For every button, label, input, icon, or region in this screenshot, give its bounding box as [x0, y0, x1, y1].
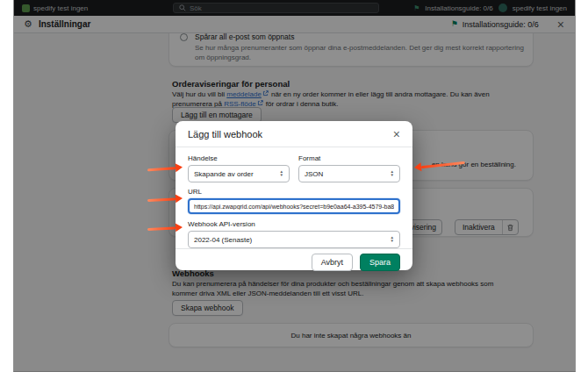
select-caret-icon: ▲ ▼ — [391, 236, 394, 243]
add-webhook-modal: Lägg till webhook × Händelse Skapande av… — [176, 121, 412, 270]
api-version-select[interactable]: 2022-04 (Senaste) ▲ ▼ — [188, 231, 400, 248]
url-label: URL — [188, 188, 400, 196]
format-label: Format — [298, 154, 400, 162]
api-version-label: Webhook API-version — [188, 220, 400, 228]
annotation-arrow-api-version — [147, 223, 183, 233]
annotation-arrow-url — [147, 194, 183, 204]
event-label: Händelse — [188, 154, 290, 162]
caret-down-icon: ▼ — [391, 174, 394, 177]
cancel-button[interactable]: Avbryt — [312, 254, 353, 271]
format-select-value: JSON — [305, 170, 323, 178]
format-select[interactable]: JSON ▲ ▼ — [298, 165, 400, 182]
modal-footer: Avbryt Spara — [176, 248, 412, 275]
webhook-url-input[interactable] — [188, 198, 400, 214]
select-caret-icon: ▲ ▼ — [280, 170, 283, 177]
modal-body: Händelse Skapande av order ▲ ▼ Format JS… — [176, 147, 412, 248]
event-select[interactable]: Skapande av order ▲ ▼ — [188, 165, 290, 182]
screenshot-root: spedify test ingen Sök ⚑ Installationsgu… — [0, 0, 588, 379]
select-caret-icon: ▲ ▼ — [391, 170, 394, 177]
caret-down-icon: ▼ — [391, 240, 394, 243]
api-version-select-value: 2022-04 (Senaste) — [194, 236, 252, 244]
event-select-value: Skapande av order — [194, 170, 254, 178]
modal-close-icon[interactable]: × — [393, 128, 400, 140]
modal-header: Lägg till webhook × — [176, 121, 412, 147]
caret-down-icon: ▼ — [280, 174, 283, 177]
save-button[interactable]: Spara — [360, 254, 400, 271]
modal-title: Lägg till webhook — [188, 129, 262, 139]
